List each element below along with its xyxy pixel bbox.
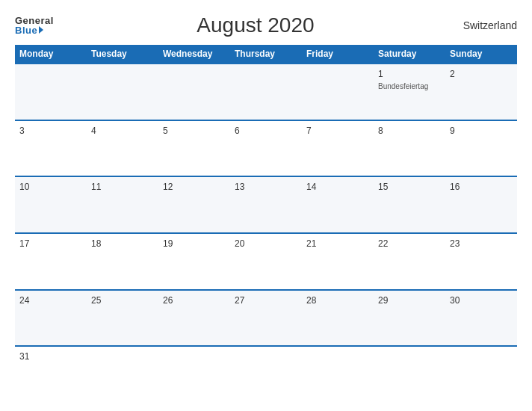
page-header: General Blue August 2020 Switzerland [15,13,517,37]
day-number: 1 [378,68,441,81]
day-number: 27 [235,294,297,307]
day-number: 5 [163,125,226,137]
day-number: 14 [306,181,369,194]
day-cell-w3-d7: 16 [445,177,517,232]
day-number: 3 [19,125,82,137]
day-number: 19 [163,238,226,250]
day-cell-w2-d2: 4 [87,121,158,176]
day-number: 2 [450,68,513,81]
day-cell-w1-d5 [302,64,374,120]
calendar-grid: Monday Tuesday Wednesday Thursday Friday… [15,45,517,402]
day-cell-w5-d6: 29 [374,291,445,346]
day-number: 18 [91,238,154,250]
day-cell-w1-d7: 2 [445,64,517,120]
day-cell-w3-d4: 13 [230,177,302,232]
day-number: 12 [163,181,226,194]
day-cell-w2-d6: 8 [374,121,445,176]
day-cell-w2-d1: 3 [15,121,87,176]
day-number: 11 [91,181,154,194]
day-number: 30 [450,294,513,307]
day-cell-w4-d4: 20 [230,234,302,289]
day-cell-w5-d2: 25 [87,291,158,346]
day-number: 21 [306,238,369,250]
day-cell-w1-d4 [230,64,302,120]
day-cell-w3-d1: 10 [15,177,87,232]
day-number: 26 [163,294,226,307]
logo: General Blue [15,16,54,35]
calendar-page: General Blue August 2020 Switzerland Mon… [0,0,532,411]
day-cell-w6-d7 [445,347,517,402]
day-cell-w2-d4: 6 [230,121,302,176]
header-sunday: Sunday [445,45,517,63]
day-number: 29 [378,294,441,307]
day-cell-w5-d3: 26 [158,291,230,346]
day-cell-w6-d5 [302,347,374,402]
header-friday: Friday [302,45,374,63]
day-number: 20 [235,238,297,250]
week-row-3: 10111213141516 [15,176,517,232]
logo-triangle-icon [39,26,43,34]
header-monday: Monday [15,45,87,63]
day-number: 8 [378,125,441,137]
week-row-2: 3456789 [15,120,517,176]
day-number: 9 [450,125,513,137]
day-number: 6 [235,125,297,137]
day-cell-w3-d6: 15 [374,177,445,232]
day-cell-w4-d3: 19 [158,234,230,289]
logo-blue-text: Blue [15,25,54,35]
day-number: 15 [378,181,441,194]
day-cell-w1-d1 [15,64,87,120]
day-number: 23 [450,238,513,250]
day-cell-w1-d2 [87,64,158,120]
weeks-container: 1Bundesfeiertag2345678910111213141516171… [15,63,517,402]
day-cell-w6-d1: 31 [15,347,87,402]
day-cell-w3-d5: 14 [302,177,374,232]
day-number: 7 [306,125,369,137]
header-thursday: Thursday [230,45,302,63]
day-number: 17 [19,238,82,250]
day-cell-w4-d2: 18 [87,234,158,289]
day-number: 22 [378,238,441,250]
week-row-5: 24252627282930 [15,289,517,346]
day-cell-w4-d1: 17 [15,234,87,289]
day-cell-w2-d5: 7 [302,121,374,176]
day-cell-w3-d2: 11 [87,177,158,232]
day-number: 4 [91,125,154,137]
day-cell-w6-d4 [230,347,302,402]
day-cell-w3-d3: 12 [158,177,230,232]
day-cell-w6-d3 [158,347,230,402]
day-cell-w6-d6 [374,347,445,402]
day-cell-w4-d7: 23 [445,234,517,289]
day-number: 25 [91,294,154,307]
day-cell-w1-d3 [158,64,230,120]
header-tuesday: Tuesday [87,45,158,63]
day-cell-w6-d2 [87,347,158,402]
week-row-4: 17181920212223 [15,232,517,289]
day-event: Bundesfeiertag [378,81,441,91]
day-cell-w2-d3: 5 [158,121,230,176]
day-cell-w5-d1: 24 [15,291,87,346]
calendar-header: Monday Tuesday Wednesday Thursday Friday… [15,45,517,63]
day-number: 24 [19,294,82,307]
day-number: 10 [19,181,82,194]
country-label: Switzerland [457,19,517,31]
day-number: 31 [19,350,82,363]
header-saturday: Saturday [374,45,445,63]
day-number: 16 [450,181,513,194]
day-number: 28 [306,294,369,307]
week-row-6: 31 [15,345,517,402]
day-cell-w5-d5: 28 [302,291,374,346]
day-cell-w5-d4: 27 [230,291,302,346]
day-cell-w2-d7: 9 [445,121,517,176]
day-cell-w4-d5: 21 [302,234,374,289]
day-cell-w1-d6: 1Bundesfeiertag [374,64,445,120]
week-row-1: 1Bundesfeiertag2 [15,63,517,120]
header-wednesday: Wednesday [158,45,230,63]
day-number: 13 [235,181,297,194]
day-cell-w5-d7: 30 [445,291,517,346]
calendar-title: August 2020 [54,13,457,37]
day-cell-w4-d6: 22 [374,234,445,289]
